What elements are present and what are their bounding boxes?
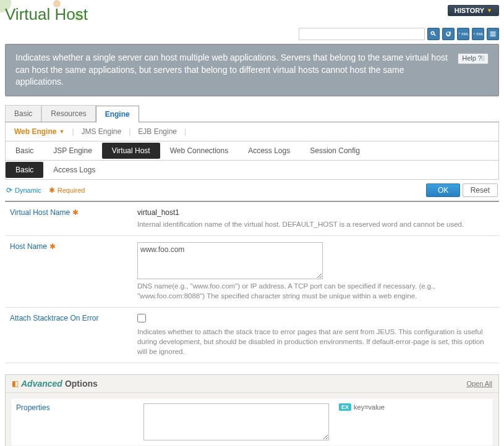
dynamic-icon: ⟳	[6, 186, 12, 195]
sub-tabs: Basic JSP Engine Virtual Host Web Connec…	[5, 141, 499, 161]
label-virtual-host-name: Virtual Host Name	[10, 208, 70, 217]
row-host-name: Host Name ✱ DNS name(e.g., "www.foo.com"…	[5, 236, 499, 308]
engine-tab-ejb[interactable]: EJB Engine	[135, 127, 179, 136]
refresh-icon[interactable]	[442, 28, 455, 40]
subtab-basic[interactable]: Basic	[6, 143, 43, 159]
required-icon: ✱	[49, 242, 56, 251]
main-tabs: Basic Resources Engine	[5, 105, 499, 122]
expand-icon: ◧	[12, 379, 19, 388]
required-icon: ✱	[49, 186, 55, 195]
subsubtab-access-logs[interactable]: Access Logs	[43, 162, 105, 178]
import-xml-icon[interactable]: XML	[472, 28, 484, 40]
help-virtual-host-name: Internal identification name of the virt…	[137, 219, 494, 229]
example-badge: EX	[339, 403, 351, 411]
label-attach-stacktrace: Attach Stacktrace On Error	[10, 314, 98, 322]
chevron-down-icon: ▼	[59, 128, 64, 135]
chevron-down-icon: ▼	[487, 7, 492, 14]
properties-hint: EX key=value	[339, 403, 385, 411]
help-label: Help	[462, 54, 476, 63]
subtab-jsp-engine[interactable]: JSP Engine	[43, 143, 102, 159]
checkbox-attach-stacktrace[interactable]	[137, 314, 146, 322]
tab-basic[interactable]: Basic	[5, 105, 41, 122]
form-block: Virtual Host Name ✱ virtual_host1 Intern…	[5, 201, 499, 364]
input-host-name[interactable]	[137, 242, 323, 279]
advanced-panel: ◧ Advanced Options Open All Properties E…	[5, 374, 499, 446]
legend-required: ✱ Required	[49, 186, 85, 195]
description-panel: Indicates whether a single server can ho…	[5, 44, 499, 96]
subsubtab-basic[interactable]: Basic	[6, 162, 43, 178]
subtab-virtual-host[interactable]: Virtual Host	[102, 143, 160, 159]
subtab-session-config[interactable]: Session Config	[300, 143, 370, 159]
label-host-name: Host Name	[10, 242, 47, 251]
page-title: Virtual Host	[5, 5, 88, 24]
label-properties: Properties	[16, 403, 50, 412]
help-button[interactable]: Help ?⃝	[458, 53, 489, 64]
legend-dynamic: ⟳ Dynamic	[6, 186, 41, 195]
required-icon: ✱	[72, 208, 79, 217]
settings-icon[interactable]	[487, 28, 499, 40]
tab-resources[interactable]: Resources	[41, 105, 95, 122]
advanced-title[interactable]: ◧ Advanced Options	[12, 379, 98, 389]
engine-tabs: Web Engine ▼ | JMS Engine | EJB Engine |	[5, 122, 499, 141]
ok-button[interactable]: OK	[426, 183, 460, 197]
subtab-access-logs[interactable]: Access Logs	[238, 143, 300, 159]
history-label: HISTORY	[455, 7, 484, 14]
engine-tab-web[interactable]: Web Engine ▼	[12, 127, 67, 136]
open-all-link[interactable]: Open All	[466, 380, 492, 387]
search-input[interactable]	[299, 28, 425, 40]
description-text: Indicates whether a single server can ho…	[15, 52, 451, 88]
row-attach-stacktrace: Attach Stacktrace On Error Indicates whe…	[5, 308, 499, 363]
history-button[interactable]: HISTORY ▼	[448, 5, 499, 16]
tab-engine[interactable]: Engine	[96, 106, 139, 122]
subsub-tabs: Basic Access Logs	[5, 161, 499, 180]
export-xml-icon[interactable]: XML	[457, 28, 469, 40]
row-virtual-host-name: Virtual Host Name ✱ virtual_host1 Intern…	[5, 202, 499, 236]
help-attach-stacktrace: Indicates whether to attach the stack tr…	[137, 327, 494, 356]
reset-button[interactable]: Reset	[463, 183, 498, 197]
search-icon[interactable]	[427, 28, 440, 40]
help-host-name: DNS name(e.g., "www.foo.com") or IP addr…	[137, 281, 494, 301]
row-properties: Properties EX key=value	[11, 398, 493, 445]
engine-tab-jms[interactable]: JMS Engine	[79, 127, 124, 136]
help-icon: ?⃝	[478, 54, 484, 63]
subtab-web-connections[interactable]: Web Connections	[160, 143, 239, 159]
input-properties[interactable]	[143, 403, 329, 440]
value-virtual-host-name: virtual_host1	[137, 208, 494, 217]
